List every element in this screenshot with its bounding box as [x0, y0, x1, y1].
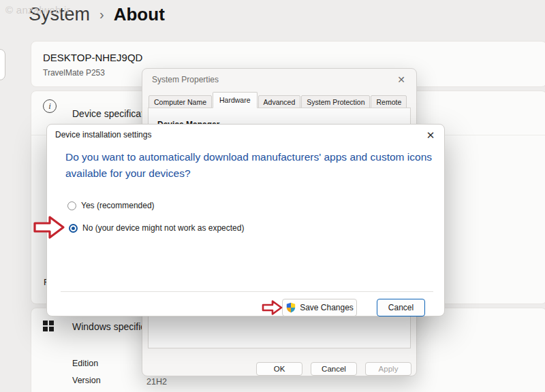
windows-logo-icon [43, 321, 54, 331]
version-value: 21H2 [146, 377, 167, 387]
tab-advanced[interactable]: Advanced [258, 95, 301, 108]
question-line-2: available for your devices? [65, 167, 191, 179]
apply-button: Apply [365, 362, 411, 376]
cancel-button[interactable]: Cancel [377, 299, 425, 316]
red-arrow-save-changes [262, 299, 283, 316]
radio-option-yes[interactable]: Yes (recommended) [67, 201, 155, 210]
ok-button[interactable]: OK [256, 362, 302, 376]
tab-hardware[interactable]: Hardware [213, 92, 258, 108]
question-text: Do you want to automatically download ma… [65, 149, 432, 182]
device-model: TravelMate P253 [43, 68, 105, 78]
system-properties-title: System Properties [152, 75, 219, 84]
system-properties-tabstrip: Computer Name Hardware Advanced System P… [149, 92, 407, 108]
tab-system-protection[interactable]: System Protection [301, 95, 370, 108]
tab-remote[interactable]: Remote [371, 95, 407, 108]
question-line-1: Do you want to automatically download ma… [65, 151, 432, 163]
save-changes-label: Save Changes [300, 303, 354, 312]
save-changes-button[interactable]: Save Changes [282, 299, 357, 316]
radio-no-icon[interactable] [69, 224, 78, 233]
uac-shield-icon [285, 302, 296, 313]
version-label: Version [72, 376, 101, 385]
sysprops-cancel-button[interactable]: Cancel [311, 362, 357, 376]
red-arrow-no-option [33, 215, 65, 240]
breadcrumb-chevron-icon: › [99, 7, 104, 22]
page-title: About [114, 4, 165, 25]
radio-yes-icon[interactable] [67, 201, 76, 210]
device-name: DESKTOP-NHEJ9QD [43, 52, 142, 63]
radio-yes-label: Yes (recommended) [81, 201, 155, 210]
radio-option-no[interactable]: No (your device might not work as expect… [69, 223, 244, 233]
device-installation-dialog: Device installation settings ✕ Do you wa… [46, 124, 445, 316]
close-icon[interactable]: ✕ [422, 127, 439, 144]
info-icon: i [43, 99, 57, 113]
background-window-edge [0, 49, 5, 80]
edition-label: Edition [72, 359, 98, 368]
tab-computer-name[interactable]: Computer Name [149, 95, 212, 108]
close-icon[interactable]: ✕ [394, 73, 408, 86]
radio-no-label: No (your device might not work as expect… [82, 223, 244, 233]
device-installation-title: Device installation settings [55, 130, 151, 140]
watermark: © anzalweb.ir [5, 4, 70, 16]
dialog-separator [61, 291, 433, 292]
